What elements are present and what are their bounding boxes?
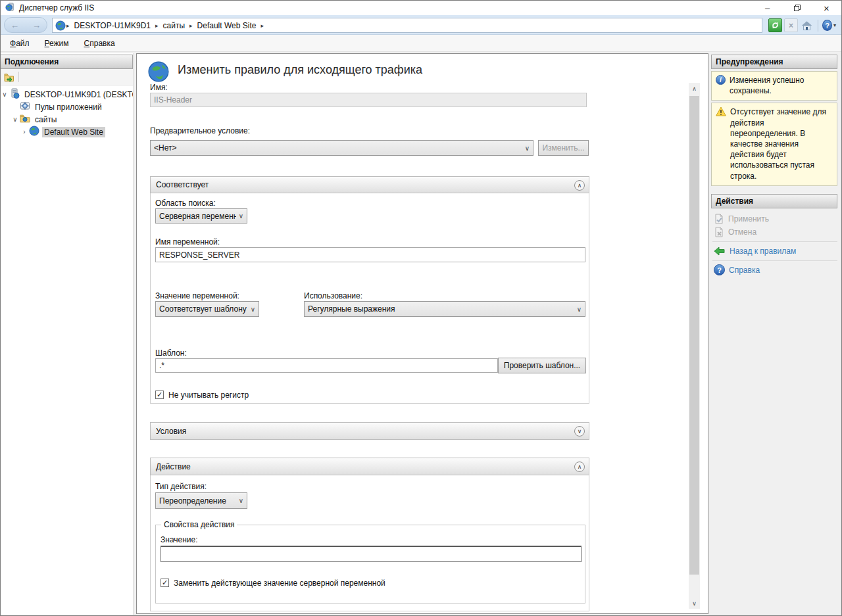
tree-expander-icon[interactable]: › (20, 128, 28, 135)
address-bar: ← → ▸ DESKTOP-U1MK9D1 ▸ сайты ▸ Default … (1, 15, 841, 35)
tree-item-default-web-site[interactable]: › Default Web Site (1, 126, 133, 138)
value-input[interactable] (161, 546, 582, 562)
check-icon: ✓ (157, 391, 162, 398)
app-pools-icon (20, 101, 30, 113)
action-properties-group: Свойства действия (155, 525, 585, 604)
nav-back-forward: ← → (4, 17, 47, 33)
collapse-button[interactable]: ∧ (574, 462, 585, 472)
help-icon: ? (714, 264, 725, 275)
back-icon[interactable]: ← (11, 20, 19, 30)
name-input: IIS-Header (150, 93, 587, 107)
menu-bar: Файл Режим Справка (1, 35, 841, 52)
connections-header: Подключения (1, 55, 133, 69)
collapse-button[interactable]: ∧ (574, 180, 585, 191)
vertical-scrollbar[interactable]: ∧ ∨ (689, 83, 700, 609)
help-link[interactable]: ? Справка (711, 264, 837, 277)
alert-warning: Отсутствует значение для действия переоп… (711, 103, 837, 185)
tree-item-server[interactable]: ∨ DESKTOP-U1MK9D1 (DESKTOP (1, 88, 133, 101)
scroll-down-icon[interactable]: ∨ (689, 598, 700, 609)
actions-header: Действия (711, 194, 837, 208)
refresh-button[interactable] (768, 18, 782, 32)
breadcrumb-item-default-web-site[interactable]: Default Web Site (197, 21, 257, 30)
home-button[interactable] (800, 18, 814, 32)
expand-button[interactable]: ∨ (574, 426, 585, 437)
tree-item-server-label: DESKTOP-U1MK9D1 (DESKTOP (22, 89, 133, 100)
alert-info-text: Изменения успешно сохранены. (730, 75, 833, 96)
help-button[interactable]: ?▾ (822, 18, 836, 32)
variable-name-input[interactable]: RESPONSE_SERVER (155, 247, 585, 262)
connections-toolbar (1, 69, 133, 85)
breadcrumb-arrow-icon: ▸ (189, 22, 193, 29)
edit-precondition-button: Изменить... (538, 140, 589, 156)
alerts-header: Предупреждения (711, 55, 837, 69)
tree-expander-icon[interactable]: ∨ (1, 91, 9, 98)
tree-item-sites-label: сайты (33, 114, 59, 125)
breadcrumb: ▸ DESKTOP-U1MK9D1 ▸ сайты ▸ Default Web … (52, 18, 762, 33)
chevron-down-icon: ∨ (251, 306, 255, 313)
scope-select[interactable]: Серверная переменн∨ (155, 208, 247, 224)
variable-value-select[interactable]: Соответствует шаблону∨ (155, 301, 259, 317)
actions-separator (712, 260, 837, 261)
restore-icon (794, 5, 801, 11)
restore-button[interactable] (782, 1, 812, 15)
scope-label: Область поиска: (155, 199, 216, 208)
back-to-rules-link[interactable]: Назад к правилам (711, 245, 837, 258)
action-section-header[interactable]: Действие ∧ (150, 458, 589, 475)
save-connections-icon[interactable] (4, 72, 14, 82)
chevron-down-icon: ▾ (833, 22, 836, 28)
tree-item-app-pools[interactable]: Пулы приложений (1, 101, 133, 113)
title-bar: Диспетчер служб IIS – × (1, 1, 841, 15)
connections-panel: Подключения ∨ DESKTOP-U1MK9D1 (DESKTOP (1, 53, 134, 615)
page-title: Изменить правило для исходящего трафика (178, 63, 422, 77)
chevron-down-icon: ∨ (525, 145, 530, 152)
replace-value-checkbox[interactable]: ✓ (161, 579, 169, 587)
pattern-label: Шаблон: (155, 348, 187, 358)
tree-expander-icon[interactable]: ∨ (11, 116, 19, 123)
minimize-button[interactable]: – (753, 1, 782, 15)
iis-manager-window: Диспетчер служб IIS – × ← → ▸ DESKTOP-U1… (0, 0, 842, 616)
precondition-select[interactable]: <Нет>∨ (150, 140, 533, 156)
server-icon (9, 88, 20, 101)
test-pattern-button[interactable]: Проверить шаблон... (498, 358, 586, 373)
toolbar-separator (18, 72, 19, 82)
main-panel: Изменить правило для исходящего трафика … (136, 53, 708, 614)
help-icon: ? (822, 20, 832, 31)
tree-item-sites[interactable]: ∨ сайты (1, 113, 133, 126)
action-type-select[interactable]: Переопределение∨ (155, 492, 247, 509)
ignore-case-label[interactable]: Не учитывать регистр (168, 391, 249, 400)
info-icon: i (716, 75, 726, 85)
stop-button: × (784, 18, 798, 32)
scroll-up-icon[interactable]: ∧ (689, 83, 700, 94)
match-section-header[interactable]: Соответствует ∧ (150, 176, 589, 193)
ignore-case-checkbox[interactable]: ✓ (155, 391, 164, 399)
forward-icon[interactable]: → (32, 20, 41, 30)
back-arrow-icon (714, 247, 726, 256)
iis-app-icon (5, 2, 15, 14)
using-select[interactable]: Регулярные выражения∨ (304, 301, 585, 317)
action-properties-legend: Свойства действия (161, 520, 237, 529)
variable-value-label: Значение переменной: (155, 291, 239, 300)
chevron-down-icon: ∨ (239, 497, 243, 504)
menu-view[interactable]: Режим (39, 36, 75, 51)
stop-icon: × (789, 21, 793, 30)
globe-icon (55, 20, 66, 31)
chevron-down-icon: ∨ (577, 306, 582, 313)
breadcrumb-item-server[interactable]: DESKTOP-U1MK9D1 (74, 21, 151, 30)
menu-file[interactable]: Файл (4, 36, 36, 51)
right-panel: Предупреждения i Изменения успешно сохра… (711, 53, 842, 615)
actions-separator (712, 241, 837, 242)
check-icon: ✓ (162, 579, 168, 586)
pattern-input[interactable]: .* (155, 358, 498, 373)
actions-list: Применить Отмена Назад к правилам (711, 212, 837, 277)
close-button[interactable]: × (812, 1, 841, 15)
window-title: Диспетчер служб IIS (19, 3, 94, 12)
breadcrumb-item-sites[interactable]: сайты (163, 21, 186, 30)
connections-tree: ∨ DESKTOP-U1MK9D1 (DESKTOP Пулы приложен… (1, 85, 133, 138)
cancel-button: Отмена (711, 225, 837, 239)
conditions-section-header[interactable]: Условия ∨ (150, 422, 589, 440)
cancel-icon (714, 227, 724, 237)
scrollbar-thumb[interactable] (689, 96, 699, 575)
toolbar-separator (818, 20, 818, 32)
menu-help[interactable]: Справка (78, 36, 121, 51)
replace-value-label[interactable]: Заменить действующее значение серверной … (174, 579, 385, 588)
